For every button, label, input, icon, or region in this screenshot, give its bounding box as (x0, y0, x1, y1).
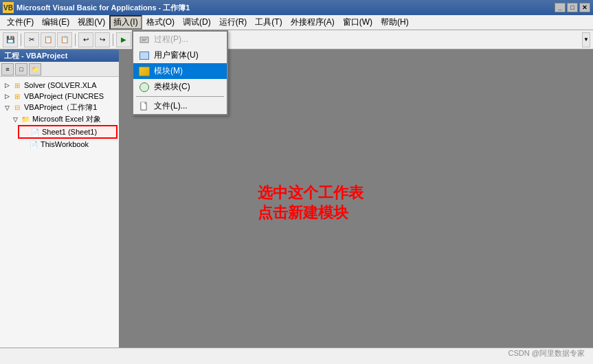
label-proc: 过程(P)... (154, 34, 188, 45)
icon-file (139, 101, 150, 112)
toggle-excel-objects: ▽ (11, 115, 19, 124)
menu-bar: 文件(F) 编辑(E) 视图(V) 插入(I) 格式(O) 调试(D) 运行(R… (0, 15, 593, 30)
menu-edit[interactable]: 编辑(E) (38, 15, 74, 30)
menu-item-classmodule[interactable]: 类模块(C) (133, 79, 227, 95)
icon-workbook: ⊟ (12, 103, 22, 113)
toolbar-undo[interactable]: ↩ (78, 32, 93, 47)
project-panel: 工程 - VBAProject ≡ □ 📁 ▷ ⊞ Solver (SOLVER… (0, 49, 120, 348)
maximize-button[interactable]: □ (567, 3, 578, 12)
toggle-workbook: ▽ (3, 104, 11, 112)
toolbar-save[interactable]: 💾 (3, 32, 18, 47)
watermark: CSDN @阿里数据专家 (508, 348, 585, 359)
menu-file[interactable]: 文件(F) (3, 15, 38, 30)
project-tree: ▷ ⊞ Solver (SOLVER.XLA ▷ ⊞ VBAProject (F… (0, 77, 119, 348)
tree-node-solver[interactable]: ▷ ⊞ Solver (SOLVER.XLA (1, 80, 118, 91)
toolbar-dropdown[interactable]: ▼ (582, 32, 590, 47)
toggle-sheet1 (21, 128, 29, 136)
title-bar: VB Microsoft Visual Basic for Applicatio… (0, 0, 593, 15)
icon-funcres: ⊞ (12, 91, 22, 101)
panel-toolbar: ≡ □ 📁 (0, 62, 119, 77)
minimize-button[interactable]: _ (555, 3, 566, 12)
icon-userform (139, 50, 150, 61)
icon-module (139, 66, 150, 77)
close-button[interactable]: ✕ (579, 3, 590, 12)
label-excel-objects: Microsoft Excel 对象 (32, 114, 101, 124)
label-thisworkbook: ThisWorkbook (41, 140, 89, 148)
menu-format[interactable]: 格式(O) (142, 15, 179, 30)
icon-sheet1: 📄 (30, 127, 40, 137)
label-funcres: VBAProject (FUNCRES (24, 92, 104, 100)
menu-window[interactable]: 窗口(W) (339, 15, 377, 30)
menu-tools[interactable]: 工具(T) (251, 15, 286, 30)
toolbar-copy[interactable]: 📋 (41, 32, 56, 47)
toggle-solver: ▷ (3, 81, 11, 89)
icon-classmodule (139, 82, 150, 93)
annotation-line2: 点击新建模块 (258, 203, 363, 223)
icon-solver: ⊞ (12, 80, 22, 90)
title-bar-buttons: _ □ ✕ (555, 3, 590, 12)
tree-node-workbook[interactable]: ▽ ⊟ VBAProject（工作簿1 (1, 102, 118, 113)
toolbar-sep2 (75, 34, 76, 46)
menu-separator (136, 96, 224, 97)
menu-item-userform[interactable]: 用户窗体(U) (133, 47, 227, 63)
menu-item-proc[interactable]: 过程(P)... (133, 32, 227, 47)
toolbar: 💾 ✂ 📋 📋 ↩ ↪ ▶ ⏸ ⏹ 🔍 ▼ (0, 30, 593, 49)
menu-help[interactable]: 帮助(H) (377, 15, 413, 30)
tree-node-funcres[interactable]: ▷ ⊞ VBAProject (FUNCRES (1, 91, 118, 102)
label-file: 文件(L)... (154, 100, 188, 112)
icon-excel-objects: 📁 (21, 115, 30, 124)
toggle-funcres: ▷ (3, 92, 11, 100)
toolbar-redo[interactable]: ↪ (95, 32, 110, 47)
status-bar: CSDN @阿里数据专家 (0, 348, 593, 364)
toolbar-sep3 (113, 34, 113, 46)
menu-debug[interactable]: 调试(D) (179, 15, 215, 30)
project-panel-header: 工程 - VBAProject (0, 49, 119, 62)
toolbar-cut[interactable]: ✂ (24, 32, 39, 47)
tree-node-sheet1[interactable]: 📄 Sheet1 (Sheet1) (18, 125, 118, 139)
menu-item-module[interactable]: 模块(M) (133, 63, 227, 79)
toolbar-run[interactable]: ▶ (116, 32, 131, 47)
insert-menu: 过程(P)... 用户窗体(U) 模块(M) 类模块(C) 文件(L) (132, 30, 228, 115)
window-title: Microsoft Visual Basic for Applications … (16, 3, 555, 13)
label-userform: 用户窗体(U) (154, 49, 199, 61)
menu-view[interactable]: 视图(V) (74, 15, 109, 30)
annotation-line1: 选中这个工作表 (258, 183, 363, 203)
menu-run[interactable]: 运行(R) (215, 15, 251, 30)
app-icon: VB (3, 2, 14, 13)
panel-toggle-folders[interactable]: 📁 (29, 63, 41, 76)
label-sheet1: Sheet1 (Sheet1) (42, 128, 97, 136)
tree-node-excel-objects[interactable]: ▽ 📁 Microsoft Excel 对象 (10, 113, 118, 125)
label-solver: Solver (SOLVER.XLA (24, 81, 97, 89)
panel-view-code[interactable]: ≡ (1, 63, 14, 76)
annotation-text: 选中这个工作表 点击新建模块 (258, 183, 363, 223)
panel-view-object[interactable]: □ (15, 63, 27, 76)
toolbar-paste[interactable]: 📋 (57, 32, 72, 47)
tree-node-thisworkbook[interactable]: 📄 ThisWorkbook (18, 139, 118, 150)
main-layout: 工程 - VBAProject ≡ □ 📁 ▷ ⊞ Solver (SOLVER… (0, 49, 593, 348)
label-workbook: VBAProject（工作簿1 (24, 102, 97, 113)
svg-rect-0 (140, 37, 148, 43)
icon-thisworkbook: 📄 (29, 139, 38, 149)
label-classmodule: 类模块(C) (154, 81, 190, 93)
toggle-thisworkbook (19, 140, 27, 148)
label-module: 模块(M) (154, 65, 183, 77)
menu-addins[interactable]: 外接程序(A) (287, 15, 339, 30)
toolbar-sep1 (21, 34, 21, 46)
icon-proc (139, 34, 150, 45)
menu-item-file[interactable]: 文件(L)... (133, 98, 227, 114)
menu-insert[interactable]: 插入(I) (109, 15, 142, 30)
